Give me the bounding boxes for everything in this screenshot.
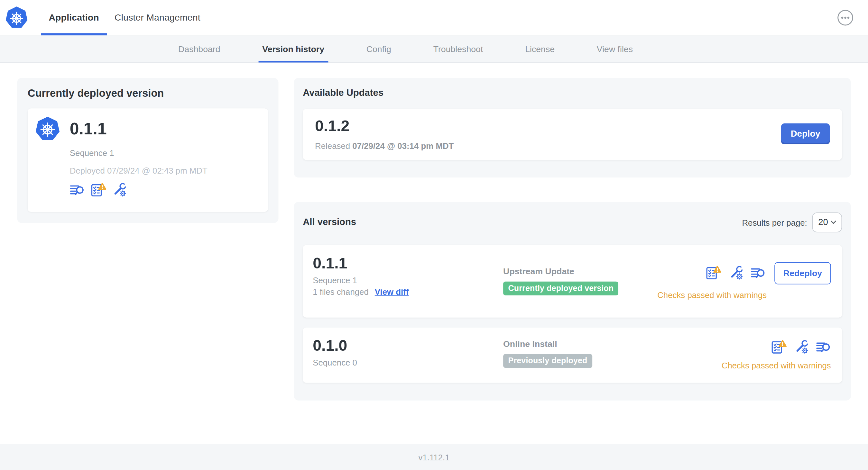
deployed-version-tile: 0.1.1 Sequence 1 Deployed 07/29/24 @ 02:… <box>28 108 268 212</box>
console-version: v1.112.1 <box>418 452 450 462</box>
release-notes-icon[interactable] <box>70 182 85 197</box>
tab-application[interactable]: Application <box>41 0 107 35</box>
available-updates-card: Available Updates 0.1.2 Released 07/29/2… <box>294 78 851 178</box>
update-released-line: Released 07/29/24 @ 03:14 pm MDT <box>315 141 454 150</box>
currently-deployed-title: Currently deployed version <box>28 88 268 100</box>
ellipsis-icon <box>837 9 854 26</box>
deployed-status-badge: Previously deployed <box>503 354 592 368</box>
row-sequence: Sequence 1 <box>313 275 503 285</box>
subnav-tab-license[interactable]: License <box>525 35 555 62</box>
results-per-page-select[interactable]: 20 <box>812 212 842 232</box>
deployed-status-badge: Currently deployed version <box>503 281 618 296</box>
update-version-number: 0.1.2 <box>315 118 454 135</box>
view-diff-link[interactable]: View diff <box>375 287 409 296</box>
footer: v1.112.1 <box>0 444 868 470</box>
primary-nav: Application Cluster Management <box>41 0 208 35</box>
update-row: 0.1.2 Released 07/29/24 @ 03:14 pm MDT D… <box>303 109 842 160</box>
results-per-page: Results per page: 20 <box>742 212 842 232</box>
subnav-tab-config[interactable]: Config <box>366 35 391 62</box>
right-column: Available Updates 0.1.2 Released 07/29/2… <box>294 78 851 401</box>
preflight-status-text[interactable]: Checks passed with warnings <box>657 290 767 300</box>
edit-config-icon[interactable] <box>728 266 743 280</box>
subnav-tab-version-history[interactable]: Version history <box>262 35 324 62</box>
released-label: Released <box>315 141 350 150</box>
subnav-tab-view-files[interactable]: View files <box>597 35 633 62</box>
released-timestamp: 07/29/24 @ 03:14 pm MDT <box>352 141 454 150</box>
app-icon <box>35 116 60 141</box>
redeploy-button[interactable]: Redeploy <box>774 262 831 284</box>
deployed-actions <box>70 182 259 197</box>
version-source-type: Upstream Update <box>503 267 657 276</box>
row-sequence: Sequence 0 <box>313 358 503 367</box>
deploy-button[interactable]: Deploy <box>781 124 830 144</box>
top-header: Application Cluster Management <box>0 0 868 35</box>
release-notes-icon[interactable] <box>751 266 765 280</box>
chevron-down-icon <box>830 220 836 225</box>
app-window: Application Cluster Management Dashboard… <box>0 0 868 470</box>
version-source-type: Online Install <box>503 339 722 349</box>
subnav-tab-troubleshoot[interactable]: Troubleshoot <box>433 35 483 62</box>
row-version-number: 0.1.0 <box>313 336 503 355</box>
files-changed-text: 1 files changed <box>313 287 369 296</box>
currently-deployed-card: Currently deployed version 0.1.1 Sequenc… <box>17 78 278 223</box>
results-per-page-value: 20 <box>818 217 828 227</box>
all-versions-title: All versions <box>303 217 356 228</box>
overflow-menu-button[interactable] <box>837 9 854 26</box>
deployed-version-number: 0.1.1 <box>70 120 107 139</box>
preflight-checks-warning-icon[interactable] <box>705 266 721 280</box>
tab-application-label: Application <box>49 12 99 23</box>
deployed-sequence: Sequence 1 <box>70 148 259 158</box>
available-updates-title: Available Updates <box>303 88 842 98</box>
row-version-number: 0.1.1 <box>313 254 503 273</box>
preflight-status-text[interactable]: Checks passed with warnings <box>722 360 831 370</box>
preflight-checks-warning-icon[interactable] <box>771 339 786 354</box>
app-subnav: Dashboard Version history Config Trouble… <box>0 35 868 63</box>
results-per-page-label: Results per page: <box>742 217 807 227</box>
preflight-checks-warning-icon[interactable] <box>90 182 106 197</box>
edit-config-icon[interactable] <box>794 339 808 354</box>
release-notes-icon[interactable] <box>816 339 831 354</box>
deployed-timestamp: Deployed 07/29/24 @ 02:43 pm MDT <box>70 166 259 175</box>
tab-cluster-management[interactable]: Cluster Management <box>107 0 208 35</box>
subnav-tab-dashboard[interactable]: Dashboard <box>178 35 220 62</box>
kubernetes-logo-icon <box>5 6 28 29</box>
tab-cluster-management-label: Cluster Management <box>115 12 200 23</box>
all-versions-card: All versions Results per page: 20 0.1.1 … <box>294 202 851 401</box>
main-content: Currently deployed version 0.1.1 Sequenc… <box>0 63 868 401</box>
version-row: 0.1.0 Sequence 0 Online Install Previous… <box>303 328 842 383</box>
edit-config-icon[interactable] <box>112 182 127 197</box>
version-row: 0.1.1 Sequence 1 1 files changed View di… <box>303 245 842 317</box>
